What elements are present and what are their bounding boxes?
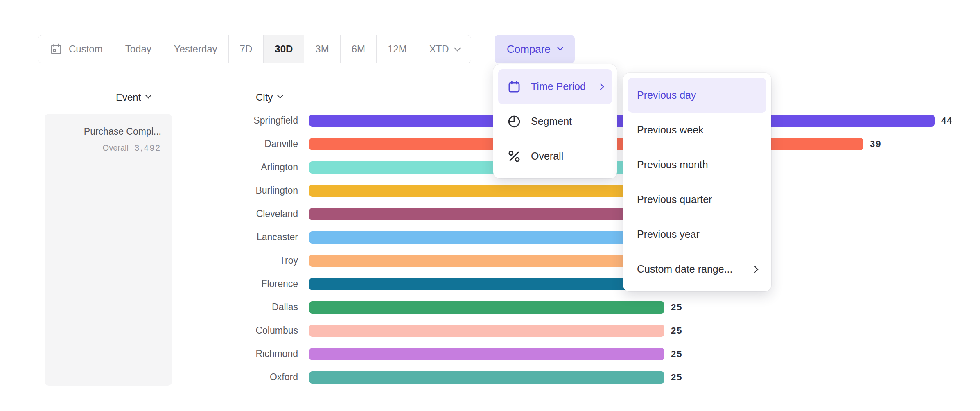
date-range-button-today[interactable]: Today: [114, 35, 163, 63]
submenu-item-previous-month[interactable]: Previous month: [628, 147, 766, 182]
chart-row-lancaster: Lancaster: [0, 226, 980, 249]
chart-row-columbus: Columbus 25: [0, 319, 980, 342]
bar[interactable]: [309, 115, 935, 127]
city-label: Troy: [0, 255, 298, 266]
bar-chart: Springfield 44 Danville 39 Arlington Bur…: [0, 109, 980, 389]
date-range-label: 7D: [240, 43, 253, 55]
menu-item-label: Previous quarter: [637, 194, 712, 206]
date-range-label: 3M: [315, 43, 329, 55]
city-label: Springfield: [0, 115, 298, 126]
chevron-down-icon: [277, 92, 284, 99]
city-header-label: City: [256, 92, 273, 103]
chart-row-troy: Troy: [0, 249, 980, 272]
chart-row-dallas: Dallas 25: [0, 296, 980, 319]
bar[interactable]: [309, 348, 664, 360]
date-range-button-6m[interactable]: 6M: [341, 35, 377, 63]
date-range-label: 30D: [275, 43, 293, 55]
date-range-toolbar: Custom Today Yesterday: [38, 35, 471, 63]
menu-item-label: Previous month: [637, 159, 708, 171]
bar-value: 44: [941, 115, 953, 126]
bar[interactable]: [309, 301, 664, 314]
compare-button[interactable]: Compare: [495, 35, 575, 63]
city-label: Dallas: [0, 302, 298, 313]
submenu-item-previous-year[interactable]: Previous year: [628, 217, 766, 252]
chevron-down-icon: [454, 45, 461, 51]
bar-value: 25: [671, 302, 682, 313]
submenu-item-custom-date-range-[interactable]: Custom date range...: [628, 252, 766, 287]
compare-button-label: Compare: [507, 43, 551, 56]
city-label: Burlington: [0, 185, 298, 196]
bar[interactable]: [309, 371, 664, 384]
percent-icon: [507, 149, 521, 163]
date-range-button-7d[interactable]: 7D: [229, 35, 264, 63]
city-label: Lancaster: [0, 232, 298, 243]
bar-value: 39: [870, 139, 881, 149]
menu-item-label: Previous year: [637, 228, 700, 240]
bar[interactable]: [309, 325, 664, 337]
menu-item-label: Overall: [531, 150, 563, 162]
chart-row-oxford: Oxford 25: [0, 366, 980, 389]
city-label: Cleveland: [0, 208, 298, 219]
segment-icon: [507, 115, 521, 129]
chevron-down-icon: [557, 44, 564, 50]
date-range-button-custom[interactable]: Custom: [38, 35, 114, 63]
date-range-button-3m[interactable]: 3M: [304, 35, 340, 63]
date-range-button-30d[interactable]: 30D: [264, 35, 304, 63]
chart-row-burlington: Burlington: [0, 179, 980, 202]
date-range-label: Today: [125, 43, 151, 55]
city-label: Oxford: [0, 372, 298, 383]
date-range-button-12m[interactable]: 12M: [377, 35, 418, 63]
time-period-submenu: Previous day Previous week: [623, 73, 771, 291]
city-label: Columbus: [0, 325, 298, 336]
bar-value: 25: [671, 325, 682, 336]
chevron-right-icon: [598, 84, 603, 89]
menu-item-label: Custom date range...: [637, 263, 732, 275]
menu-item-label: Time Period: [531, 81, 586, 93]
submenu-item-previous-week[interactable]: Previous week: [628, 113, 766, 147]
city-label: Danville: [0, 138, 298, 149]
compare-menu-item-segment[interactable]: Segment: [498, 104, 612, 139]
chart-row-danville: Danville 39: [0, 132, 980, 156]
menu-item-label: Segment: [531, 115, 572, 127]
chart-row-richmond: Richmond 25: [0, 342, 980, 366]
event-column-header[interactable]: Event: [116, 92, 151, 103]
date-range-label: 12M: [388, 43, 407, 55]
chevron-right-icon: [752, 267, 757, 272]
bar-value: 25: [671, 372, 682, 383]
event-header-label: Event: [116, 92, 141, 103]
chart-row-arlington: Arlington: [0, 156, 980, 179]
calendar-icon: [50, 43, 63, 56]
date-range-label: Custom: [69, 43, 103, 55]
calendar-icon: [507, 80, 521, 94]
date-range-label: 6M: [352, 43, 365, 55]
chevron-down-icon: [145, 92, 152, 99]
menu-item-label: Previous day: [637, 89, 696, 101]
city-column-header[interactable]: City: [256, 92, 282, 103]
chart-row-florence: Florence: [0, 272, 980, 296]
compare-menu-item-overall[interactable]: Overall: [498, 139, 612, 174]
compare-menu-item-time-period[interactable]: Time Period: [498, 69, 612, 104]
chart-row-springfield: Springfield 44: [0, 109, 980, 132]
compare-dropdown-menu: Time Period Segment: [493, 64, 617, 178]
submenu-item-previous-quarter[interactable]: Previous quarter: [628, 182, 766, 217]
menu-item-label: Previous week: [637, 124, 704, 136]
city-label: Richmond: [0, 348, 298, 359]
date-range-label: XTD: [429, 43, 449, 55]
city-label: Arlington: [0, 162, 298, 173]
submenu-item-previous-day[interactable]: Previous day: [628, 78, 766, 113]
city-label: Florence: [0, 278, 298, 289]
date-range-button-xtd[interactable]: XTD: [418, 35, 471, 63]
bar-value: 25: [671, 349, 682, 359]
chart-row-cleveland: Cleveland: [0, 202, 980, 226]
date-range-label: Yesterday: [174, 43, 217, 55]
date-range-button-yesterday[interactable]: Yesterday: [163, 35, 229, 63]
